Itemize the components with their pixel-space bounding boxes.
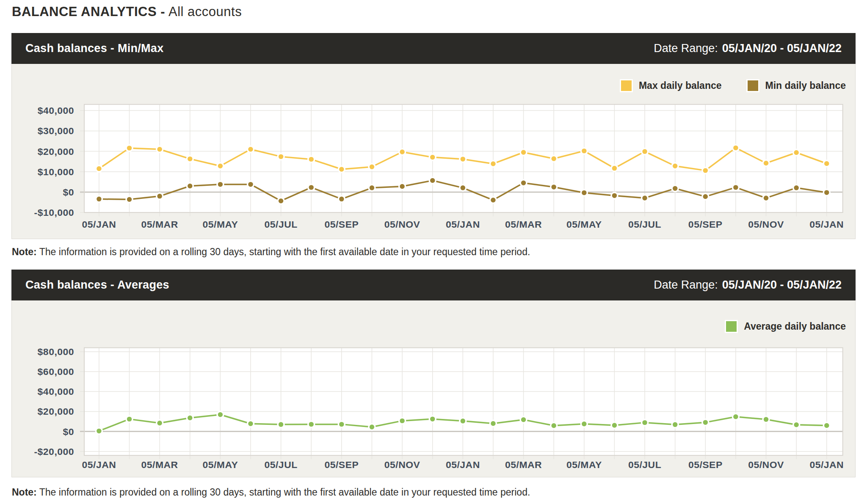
page-title-main: BALANCE ANALYTICS - bbox=[12, 4, 165, 19]
averages-legend: Average daily balance bbox=[725, 320, 846, 333]
legend-item-max-daily-balance[interactable]: Max daily balance bbox=[620, 79, 722, 92]
note-label: Note: bbox=[12, 487, 37, 498]
minmax-note: Note: The information is provided on a r… bbox=[12, 246, 842, 258]
svg-text:05/JUL: 05/JUL bbox=[265, 219, 298, 230]
legend-item-min-daily-balance[interactable]: Min daily balance bbox=[746, 79, 846, 92]
svg-text:$20,000: $20,000 bbox=[38, 146, 74, 157]
date-range-value: 05/JAN/20 - 05/JAN/22 bbox=[722, 42, 842, 55]
averages-date-range: Date Range:05/JAN/20 - 05/JAN/22 bbox=[654, 278, 842, 292]
note-text: The information is provided on a rolling… bbox=[39, 487, 530, 498]
averages-note: Note: The information is provided on a r… bbox=[12, 487, 842, 498]
minmax-panel-header: Cash balances - Min/Max Date Range:05/JA… bbox=[11, 33, 856, 64]
svg-text:05/SEP: 05/SEP bbox=[688, 459, 723, 470]
svg-text:$40,000: $40,000 bbox=[38, 105, 74, 116]
minmax-date-range: Date Range:05/JAN/20 - 05/JAN/22 bbox=[654, 42, 842, 55]
svg-text:$0: $0 bbox=[63, 187, 75, 198]
date-range-label: Date Range: bbox=[654, 42, 718, 55]
averages-panel-header: Cash balances - Averages Date Range:05/J… bbox=[11, 270, 856, 300]
legend-item-average-daily-balance[interactable]: Average daily balance bbox=[725, 320, 846, 333]
svg-text:05/MAR: 05/MAR bbox=[505, 459, 542, 470]
svg-text:05/MAR: 05/MAR bbox=[141, 459, 178, 470]
svg-text:$30,000: $30,000 bbox=[38, 125, 74, 136]
date-range-value: 05/JAN/20 - 05/JAN/22 bbox=[722, 278, 842, 291]
svg-text:$40,000: $40,000 bbox=[38, 386, 74, 397]
legend-label-min: Min daily balance bbox=[765, 80, 846, 91]
svg-text:05/JAN: 05/JAN bbox=[809, 459, 844, 470]
svg-text:-$20,000: -$20,000 bbox=[34, 446, 74, 457]
page-title: BALANCE ANALYTICS -All accounts bbox=[12, 4, 242, 19]
svg-text:05/MAR: 05/MAR bbox=[505, 219, 542, 230]
svg-text:05/MAY: 05/MAY bbox=[566, 219, 602, 230]
svg-text:05/MAY: 05/MAY bbox=[203, 219, 238, 230]
svg-text:05/MAY: 05/MAY bbox=[202, 459, 238, 470]
average-series-swatch bbox=[725, 320, 738, 333]
balance-analytics-page: BALANCE ANALYTICS -All accounts Cash bal… bbox=[0, 0, 867, 504]
note-label: Note: bbox=[12, 246, 37, 257]
svg-text:05/SEP: 05/SEP bbox=[324, 219, 359, 230]
svg-text:05/JAN: 05/JAN bbox=[82, 219, 116, 230]
svg-text:05/NOV: 05/NOV bbox=[748, 219, 784, 230]
svg-text:05/JAN: 05/JAN bbox=[446, 219, 480, 230]
svg-text:05/NOV: 05/NOV bbox=[384, 219, 420, 230]
legend-label-average: Average daily balance bbox=[744, 321, 846, 332]
svg-text:$20,000: $20,000 bbox=[38, 406, 74, 417]
svg-text:05/JAN: 05/JAN bbox=[82, 459, 116, 470]
svg-text:$80,000: $80,000 bbox=[38, 346, 74, 357]
svg-text:05/JAN: 05/JAN bbox=[446, 459, 480, 470]
min-series-swatch bbox=[746, 79, 759, 92]
averages-panel: Cash balances - Averages Date Range:05/J… bbox=[11, 270, 856, 477]
svg-text:05/NOV: 05/NOV bbox=[384, 459, 420, 470]
legend-label-max: Max daily balance bbox=[639, 80, 722, 91]
svg-text:05/SEP: 05/SEP bbox=[688, 219, 723, 230]
svg-text:$0: $0 bbox=[63, 426, 75, 437]
max-series-swatch bbox=[620, 79, 633, 92]
note-text: The information is provided on a rolling… bbox=[39, 246, 530, 257]
svg-text:-$10,000: -$10,000 bbox=[34, 207, 75, 218]
svg-text:05/MAR: 05/MAR bbox=[141, 219, 178, 230]
minmax-panel-body: Max daily balance Min daily balance $40,… bbox=[11, 64, 856, 239]
svg-text:05/JUL: 05/JUL bbox=[628, 459, 661, 470]
svg-text:05/JUL: 05/JUL bbox=[265, 459, 298, 470]
minmax-panel: Cash balances - Min/Max Date Range:05/JA… bbox=[11, 33, 856, 239]
averages-panel-body: Average daily balance $80,000$60,000$40,… bbox=[11, 300, 856, 477]
svg-text:05/NOV: 05/NOV bbox=[748, 459, 784, 470]
svg-text:05/SEP: 05/SEP bbox=[324, 459, 359, 470]
svg-text:05/JAN: 05/JAN bbox=[809, 219, 844, 230]
svg-text:05/MAY: 05/MAY bbox=[566, 459, 602, 470]
minmax-legend: Max daily balance Min daily balance bbox=[620, 79, 846, 92]
date-range-label: Date Range: bbox=[654, 278, 718, 291]
svg-text:$10,000: $10,000 bbox=[38, 166, 74, 177]
minmax-panel-title: Cash balances - Min/Max bbox=[25, 42, 164, 55]
averages-panel-title: Cash balances - Averages bbox=[25, 278, 169, 292]
svg-text:05/JUL: 05/JUL bbox=[628, 219, 661, 230]
svg-text:$60,000: $60,000 bbox=[38, 366, 74, 377]
page-title-scope: All accounts bbox=[168, 4, 242, 19]
